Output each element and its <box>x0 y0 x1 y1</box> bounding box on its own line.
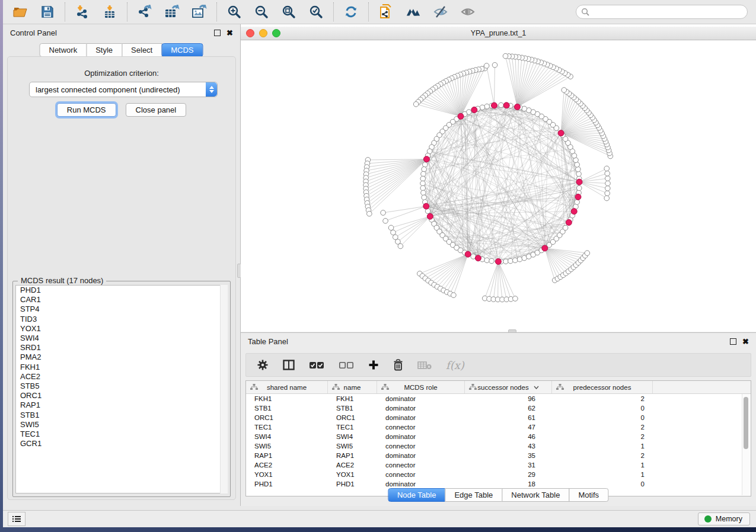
search-field[interactable] <box>576 5 748 19</box>
table-row[interactable]: RAP1RAP1dominator352 <box>246 451 751 460</box>
mcds-hub-node[interactable] <box>514 104 520 110</box>
network-node[interactable] <box>563 225 568 230</box>
mcds-hub-node[interactable] <box>423 156 429 162</box>
find-icon[interactable] <box>406 4 421 20</box>
import-network-icon[interactable] <box>75 4 90 20</box>
mcds-hub-node[interactable] <box>495 258 501 264</box>
network-node[interactable] <box>503 259 509 264</box>
network-node[interactable] <box>576 185 582 191</box>
zoom-out-icon[interactable] <box>254 4 269 20</box>
open-folder-icon[interactable] <box>12 4 28 20</box>
network-node[interactable] <box>388 225 394 230</box>
network-node[interactable] <box>585 251 590 256</box>
mcds-hub-node[interactable] <box>475 255 481 261</box>
share-document-icon[interactable] <box>378 4 394 20</box>
mcds-hub-node[interactable] <box>542 245 548 251</box>
mcds-result-item[interactable]: SWI5 <box>16 420 227 430</box>
network-node[interactable] <box>499 102 504 108</box>
column-header-shared-name[interactable]: shared name <box>246 381 328 393</box>
network-node[interactable] <box>604 166 610 171</box>
mcds-hub-node[interactable] <box>458 113 464 119</box>
import-table-icon[interactable] <box>102 4 117 20</box>
network-node[interactable] <box>422 166 427 172</box>
mcds-result-item[interactable]: PHD1 <box>16 286 227 295</box>
column-header-name[interactable]: name <box>328 381 377 393</box>
network-node[interactable] <box>421 190 426 196</box>
network-node[interactable] <box>420 181 426 186</box>
tab-select[interactable]: Select <box>122 43 162 57</box>
table-row[interactable]: FKH1FKH1dominator962 <box>246 394 751 403</box>
mcds-result-item[interactable]: ORC1 <box>16 391 227 400</box>
mcds-result-item[interactable]: STB1 <box>16 411 227 420</box>
network-node[interactable] <box>381 210 386 216</box>
network-node[interactable] <box>383 219 388 224</box>
mcds-result-item[interactable]: RAP1 <box>16 400 227 410</box>
table-row[interactable]: SWI4SWI4dominator462 <box>246 432 751 441</box>
network-node[interactable] <box>423 162 428 168</box>
delete-column-icon[interactable] <box>393 359 403 371</box>
tab-mcds[interactable]: MCDS <box>161 43 203 57</box>
mcds-hub-node[interactable] <box>576 179 582 185</box>
network-node[interactable] <box>605 186 611 191</box>
network-node[interactable] <box>575 200 580 205</box>
mcds-result-list[interactable]: PHD1CAR1STP4TID3YOX1SWI4SRD1PMA2FKH1ACE2… <box>15 285 228 493</box>
table-row[interactable]: PHD1PHD1dominator180 <box>246 479 751 489</box>
network-node[interactable] <box>398 243 403 249</box>
mcds-hub-node[interactable] <box>575 194 581 200</box>
mcds-result-item[interactable]: TID3 <box>16 315 227 324</box>
network-node[interactable] <box>576 166 581 172</box>
mcds-hub-node[interactable] <box>491 102 497 108</box>
mcds-result-item[interactable]: GCR1 <box>16 439 227 448</box>
mcds-result-item[interactable]: YOX1 <box>16 324 227 334</box>
show-details-icon[interactable] <box>460 4 476 20</box>
table-row[interactable]: STB1STB1dominator620 <box>246 403 751 413</box>
mcds-result-item[interactable]: SRD1 <box>16 343 227 352</box>
criterion-select[interactable]: largest connected component (undirected) <box>29 82 218 97</box>
select-all-icon[interactable] <box>309 361 324 369</box>
network-node[interactable] <box>489 258 495 264</box>
network-node[interactable] <box>492 62 497 68</box>
table-row[interactable]: SWI5SWI5connector431 <box>246 441 751 451</box>
mcds-hub-node[interactable] <box>571 209 577 214</box>
network-node[interactable] <box>391 230 396 235</box>
tab-network[interactable]: Network <box>39 43 87 57</box>
table-row[interactable]: ORC1ORC1dominator610 <box>246 413 751 422</box>
network-node[interactable] <box>513 296 518 302</box>
network-node[interactable] <box>484 258 490 263</box>
hide-details-icon[interactable] <box>433 4 448 20</box>
network-node[interactable] <box>484 104 490 109</box>
mcds-hub-node[interactable] <box>503 102 509 108</box>
network-node[interactable] <box>420 185 426 191</box>
tab-motifs[interactable]: Motifs <box>569 488 608 502</box>
network-node[interactable] <box>421 171 426 177</box>
mcds-result-item[interactable]: SWI4 <box>16 334 227 343</box>
export-table-icon[interactable] <box>164 4 180 20</box>
node-table-body[interactable]: FKH1FKH1dominator962STB1STB1dominator620… <box>246 394 751 489</box>
network-node[interactable] <box>367 211 372 216</box>
tab-style[interactable]: Style <box>86 43 122 57</box>
network-node[interactable] <box>484 63 489 69</box>
network-node[interactable] <box>422 195 427 200</box>
export-network-icon[interactable] <box>137 4 152 20</box>
add-column-icon[interactable] <box>368 360 379 370</box>
network-node[interactable] <box>605 181 611 186</box>
network-node[interactable] <box>576 171 582 177</box>
mcds-hub-node[interactable] <box>471 107 477 113</box>
tab-network-table[interactable]: Network Table <box>502 488 569 502</box>
mcds-result-item[interactable]: STP4 <box>16 305 227 314</box>
column-header-predecessor-nodes[interactable]: predecessor nodes <box>552 381 653 393</box>
table-row[interactable]: ACE2ACE2connector311 <box>246 460 751 470</box>
zoom-fit-icon[interactable] <box>281 4 296 20</box>
show-columns-icon[interactable] <box>283 360 295 370</box>
table-row[interactable]: YOX1YOX1connector291 <box>246 470 751 479</box>
network-node[interactable] <box>605 191 610 196</box>
column-header-successor-nodes[interactable]: successor nodes <box>465 381 552 393</box>
network-node[interactable] <box>420 176 426 181</box>
mcds-hub-node[interactable] <box>465 251 471 257</box>
network-graph[interactable] <box>241 40 756 332</box>
float-table-panel-icon[interactable] <box>730 338 736 345</box>
network-node[interactable] <box>393 235 398 240</box>
table-settings-gear-icon[interactable] <box>257 359 269 371</box>
network-node[interactable] <box>503 53 508 59</box>
mcds-result-item[interactable]: PMA2 <box>16 352 227 362</box>
